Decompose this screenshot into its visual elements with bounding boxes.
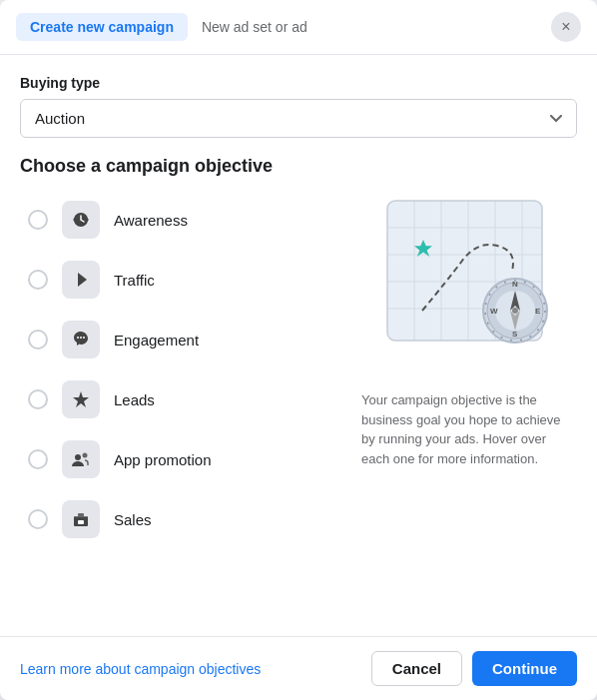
sales-icon <box>62 500 100 538</box>
app-promotion-icon <box>62 440 100 478</box>
radio-leads[interactable] <box>28 389 48 409</box>
radio-traffic[interactable] <box>28 270 48 290</box>
objective-item-sales[interactable]: Sales <box>20 490 347 548</box>
svg-rect-9 <box>78 513 84 517</box>
awareness-icon <box>62 201 100 239</box>
modal-footer: Learn more about campaign objectives Can… <box>0 636 597 700</box>
svg-point-6 <box>75 454 81 460</box>
close-button[interactable]: × <box>551 12 581 42</box>
objective-item-engagement[interactable]: Engagement <box>20 311 347 368</box>
objective-item-leads[interactable]: Leads <box>20 370 347 428</box>
modal-body: Buying type Auction Choose a campaign ob… <box>0 55 597 636</box>
objectives-list: Awareness Traffic <box>20 191 347 548</box>
objective-item-awareness[interactable]: Awareness <box>20 191 347 249</box>
continue-button[interactable]: Continue <box>472 651 577 686</box>
app-promotion-label: App promotion <box>114 451 212 468</box>
traffic-label: Traffic <box>114 272 155 289</box>
tab-new-ad-set[interactable]: New ad set or ad <box>188 13 321 41</box>
svg-point-7 <box>83 453 88 458</box>
awareness-label: Awareness <box>114 212 188 229</box>
illustration-panel: N S E W Your campaign objective is the b… <box>357 191 577 548</box>
svg-rect-10 <box>78 520 84 524</box>
svg-point-2 <box>77 337 79 339</box>
cancel-button[interactable]: Cancel <box>371 651 462 686</box>
radio-awareness[interactable] <box>28 210 48 230</box>
svg-text:E: E <box>535 307 541 316</box>
objective-item-app-promotion[interactable]: App promotion <box>20 430 347 488</box>
close-icon: × <box>561 18 570 36</box>
svg-marker-5 <box>73 391 89 407</box>
sales-label: Sales <box>114 511 152 528</box>
svg-point-4 <box>83 337 85 339</box>
engagement-icon <box>62 321 100 358</box>
radio-sales[interactable] <box>28 509 48 529</box>
leads-label: Leads <box>114 391 155 408</box>
leads-icon <box>62 380 100 418</box>
svg-text:S: S <box>512 330 518 339</box>
radio-app-promotion[interactable] <box>28 449 48 469</box>
radio-engagement[interactable] <box>28 330 48 350</box>
content-area: Awareness Traffic <box>20 191 577 548</box>
svg-point-26 <box>512 308 518 314</box>
engagement-label: Engagement <box>114 332 199 349</box>
illustration-description: Your campaign objective is the business … <box>357 390 577 468</box>
section-title: Choose a campaign objective <box>20 156 577 177</box>
objective-item-traffic[interactable]: Traffic <box>20 251 347 309</box>
svg-point-3 <box>80 337 82 339</box>
buying-type-dropdown[interactable]: Auction <box>20 99 577 138</box>
create-campaign-modal: Create new campaign New ad set or ad × B… <box>0 0 597 700</box>
tab-create-campaign[interactable]: Create new campaign <box>16 13 188 41</box>
traffic-icon <box>62 261 100 299</box>
buying-type-label: Buying type <box>20 75 577 91</box>
svg-text:W: W <box>490 307 498 316</box>
footer-buttons: Cancel Continue <box>371 651 577 686</box>
learn-more-link[interactable]: Learn more about campaign objectives <box>20 661 261 677</box>
modal-header: Create new campaign New ad set or ad × <box>0 0 597 55</box>
